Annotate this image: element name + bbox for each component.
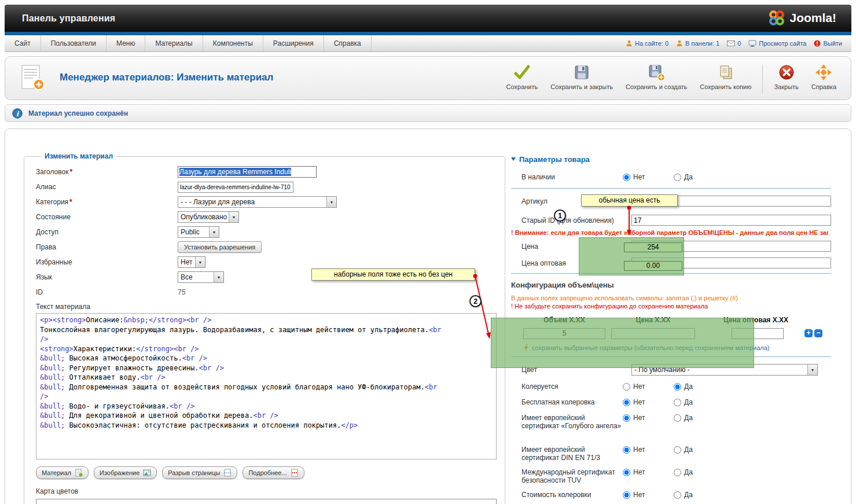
close-button[interactable]: Закрыть bbox=[767, 62, 804, 91]
menu-menus[interactable]: Меню bbox=[106, 35, 145, 51]
in-stock-yes-radio[interactable]: Да bbox=[674, 173, 725, 181]
toolbar-divider bbox=[762, 65, 763, 94]
free-tinting-label: Бесплатная колеровка bbox=[521, 398, 623, 406]
price-opt-input[interactable] bbox=[631, 257, 831, 268]
menu-users[interactable]: Пользователи bbox=[41, 35, 106, 51]
price-opt-column-header: Цена оптовая X.XX bbox=[701, 316, 811, 325]
tuv-cert-label: Международный сертификат безопасности TU… bbox=[521, 468, 623, 484]
edit-material-fieldset: Изменить материал Заголовок* Лазурь для … bbox=[24, 152, 505, 504]
view-title: Менеджер материалов: Изменить материал bbox=[60, 72, 273, 83]
free-tinting-yes-radio[interactable]: Да bbox=[674, 398, 725, 406]
system-message: i Материал успешно сохранён bbox=[5, 104, 851, 122]
tuv-cert-no-radio[interactable]: Нет bbox=[623, 468, 674, 476]
status-inpanel[interactable]: В панели: 1 bbox=[676, 40, 719, 47]
blue-angel-no-radio[interactable]: Нет bbox=[623, 414, 674, 422]
config-inputs-row: + − bbox=[511, 328, 839, 339]
title-label: Заголовок* bbox=[36, 168, 178, 176]
state-select[interactable]: Опубликовано ▼ bbox=[178, 211, 239, 223]
set-permissions-button[interactable]: Установить разрешения bbox=[178, 241, 262, 253]
add-row-button[interactable]: + bbox=[804, 329, 813, 337]
divider bbox=[511, 188, 831, 189]
joomla-logo-icon bbox=[768, 9, 785, 27]
access-label: Доступ bbox=[36, 228, 178, 236]
menu-content[interactable]: Материалы bbox=[145, 35, 203, 51]
in-stock-label: В наличии bbox=[521, 173, 623, 181]
monitor-icon bbox=[748, 40, 756, 47]
artikul-input[interactable] bbox=[631, 196, 831, 207]
article-icon bbox=[18, 64, 46, 91]
price-warning-text: ! Внимание: если для товара будет наборн… bbox=[511, 229, 828, 237]
featured-select[interactable]: Нет ▼ bbox=[178, 256, 205, 268]
menu-extensions[interactable]: Расширения bbox=[263, 35, 324, 51]
color-select[interactable]: - По умолчанию - ▼ bbox=[631, 364, 818, 376]
volume-price-config-title: Конфигурация объем\цены bbox=[511, 281, 839, 290]
check-icon bbox=[513, 64, 531, 81]
config-column-headers: Объем X.XX Цена X.XX Цена оптовая X.XX bbox=[511, 316, 839, 325]
color-map-label: Карта цветов bbox=[36, 487, 505, 495]
close-icon bbox=[778, 64, 795, 81]
save-params-link[interactable]: сохранить выбранные параметры (обязатель… bbox=[511, 344, 839, 352]
id-label: ID bbox=[36, 288, 178, 296]
logout-link[interactable]: Выйти bbox=[814, 40, 842, 47]
price-label: Цена bbox=[521, 242, 631, 251]
message-text: Материал успешно сохранён bbox=[28, 109, 128, 117]
editor-label: Текст материала bbox=[36, 303, 505, 311]
free-tinting-no-radio[interactable]: Нет bbox=[623, 398, 674, 406]
color-map-input[interactable] bbox=[36, 499, 497, 504]
status-onsite[interactable]: На сайте: 0 bbox=[626, 40, 668, 47]
status-messages[interactable]: 0 bbox=[727, 40, 741, 47]
old-id-input[interactable] bbox=[631, 215, 831, 226]
menu-help[interactable]: Справка bbox=[324, 35, 372, 51]
tintable-yes-radio[interactable]: Да bbox=[674, 382, 725, 391]
copy-icon bbox=[717, 64, 734, 81]
pagebreak-icon bbox=[223, 469, 232, 477]
collapse-triangle-icon bbox=[511, 157, 516, 161]
language-select[interactable]: Все ▼ bbox=[178, 271, 224, 283]
preview-site-link[interactable]: Просмотр сайта bbox=[748, 40, 806, 47]
help-button[interactable]: Справка bbox=[805, 62, 843, 91]
readmore-button[interactable]: Подробнее... bbox=[243, 466, 304, 479]
alias-label: Алиас bbox=[36, 183, 178, 191]
save-new-button[interactable]: Сохранить и создать bbox=[619, 62, 693, 91]
din-cert-no-radio[interactable]: Нет bbox=[623, 446, 674, 454]
config-note-symbols: В данных полях запрещено использовать си… bbox=[511, 295, 839, 302]
title-input[interactable]: Лазурь для дерева Remmers Induli bbox=[178, 166, 317, 178]
chevron-down-icon: ▼ bbox=[214, 272, 223, 282]
chevron-down-icon: ▼ bbox=[326, 197, 336, 207]
article-text-editor[interactable]: <p><strong>Описание:&nbsp;</strong><br /… bbox=[36, 313, 497, 459]
admin-menubar: Сайт Пользователи Меню Материалы Компоне… bbox=[5, 35, 851, 52]
help-icon bbox=[815, 64, 832, 81]
save-close-button[interactable]: Сохранить и закрыть bbox=[544, 62, 619, 91]
save-button[interactable]: Сохранить bbox=[500, 62, 545, 91]
config-volume-input[interactable] bbox=[523, 328, 605, 339]
pagebreak-button[interactable]: Разрыв страницы bbox=[162, 466, 237, 479]
config-price-opt-input[interactable] bbox=[732, 328, 784, 339]
access-select[interactable]: Public ▼ bbox=[178, 226, 219, 238]
save-copy-button[interactable]: Сохранить копию bbox=[693, 62, 758, 91]
config-price-input[interactable] bbox=[611, 328, 695, 339]
lightning-icon bbox=[523, 344, 529, 352]
image-icon bbox=[143, 469, 151, 477]
chevron-down-icon: ▼ bbox=[209, 227, 219, 237]
category-select[interactable]: - - - Лазури для дерева ▼ bbox=[178, 196, 337, 208]
insert-image-button[interactable]: Изображение bbox=[94, 466, 157, 479]
params-panel-header[interactable]: Параметры товара bbox=[511, 154, 839, 164]
in-stock-no-radio[interactable]: Нет bbox=[623, 173, 674, 181]
tintable-no-radio[interactable]: Нет bbox=[623, 382, 674, 391]
din-cert-yes-radio[interactable]: Да bbox=[674, 446, 725, 454]
menu-site[interactable]: Сайт bbox=[5, 35, 41, 51]
insert-article-button[interactable]: Материал bbox=[36, 466, 89, 479]
price-input[interactable] bbox=[631, 241, 831, 252]
mail-icon bbox=[727, 41, 735, 46]
permissions-label: Права bbox=[36, 243, 178, 251]
blue-angel-yes-radio[interactable]: Да bbox=[674, 414, 725, 422]
tinting-cost-yes-radio[interactable]: Да bbox=[674, 491, 725, 499]
alias-input[interactable] bbox=[178, 182, 293, 193]
remove-row-button[interactable]: − bbox=[814, 329, 822, 337]
state-label: Состояние bbox=[36, 213, 178, 221]
product-params-panel: Параметры товара В наличии Нет Да Артику… bbox=[511, 154, 839, 504]
blue-angel-cert-label: Имеет европейский сертификат «Голубого а… bbox=[521, 414, 623, 430]
tuv-cert-yes-radio[interactable]: Да bbox=[674, 468, 725, 476]
menu-components[interactable]: Компоненты bbox=[203, 35, 263, 51]
tinting-cost-no-radio[interactable]: Нет bbox=[623, 491, 674, 499]
